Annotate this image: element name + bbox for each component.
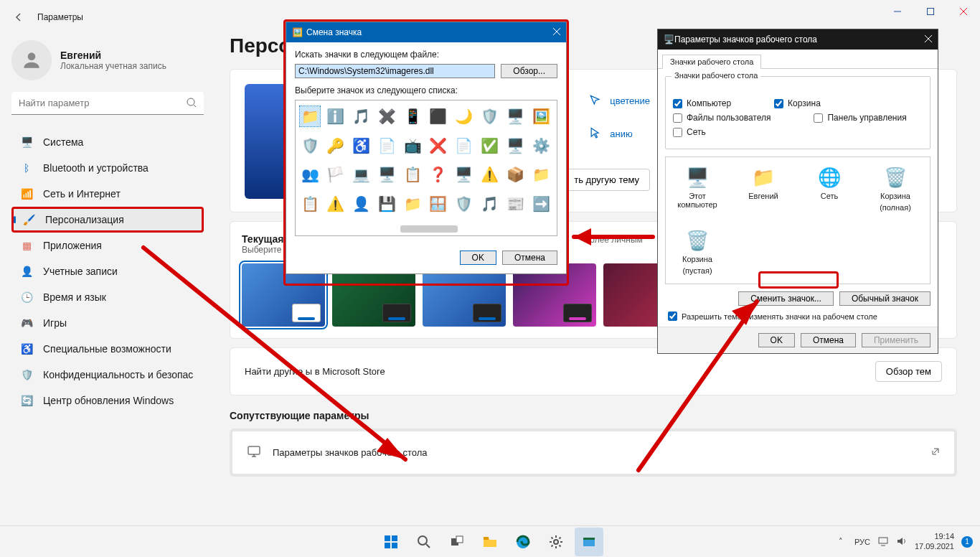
icon-option[interactable]: 🖥️: [454, 164, 474, 184]
icon-option[interactable]: 📁: [402, 194, 423, 214]
preview-icon[interactable]: 🗑️Корзина(пустая): [673, 229, 722, 275]
nav-access[interactable]: ♿Специальные возможности: [11, 336, 204, 362]
window-minimize[interactable]: [881, 0, 914, 23]
icon-option[interactable]: 🏳️: [326, 164, 346, 184]
preview-icon[interactable]: 🖥️Этот компьютер: [673, 166, 722, 212]
taskview-icon[interactable]: [443, 528, 471, 556]
icon-grid[interactable]: 📁ℹ️🎵✖️📱⬛🌙🛡️🖥️🖼️🛡️🔑♿📄📺❌📄✅🖥️⚙️👥🏳️💻🖥️📋❓🖥️⚠️…: [295, 100, 557, 236]
icon-option[interactable]: 📋: [402, 164, 423, 184]
desk-tab[interactable]: Значки рабочего стола: [662, 55, 761, 69]
icon-option[interactable]: ✖️: [377, 106, 397, 126]
start-button[interactable]: [377, 528, 405, 556]
browse-button[interactable]: Обзор...: [501, 64, 557, 78]
window-maximize[interactable]: [914, 0, 947, 23]
search-input[interactable]: [11, 92, 204, 115]
nav-clock[interactable]: 🕒Время и язык: [11, 284, 204, 310]
change-dialog-close[interactable]: [553, 27, 560, 37]
edge-icon[interactable]: [509, 528, 537, 556]
icon-option[interactable]: 🎵: [480, 194, 500, 214]
icon-option[interactable]: 🎵: [352, 106, 372, 126]
chk-network[interactable]: Сеть: [673, 127, 706, 137]
preview-icon[interactable]: 🗑️Корзина(полная): [871, 166, 920, 212]
back-button[interactable]: [11, 10, 26, 24]
tray-notification-icon[interactable]: 1: [961, 536, 973, 548]
icon-option[interactable]: 🖥️: [377, 164, 397, 184]
icon-option[interactable]: 💾: [377, 194, 397, 214]
icon-option[interactable]: 🪟: [428, 194, 448, 214]
icon-option[interactable]: ➡️: [531, 194, 551, 214]
icon-option[interactable]: 🛡️: [480, 106, 500, 126]
icon-option[interactable]: 📺: [402, 136, 423, 156]
icon-path-input[interactable]: [295, 64, 495, 78]
nav-game[interactable]: 🎮Игры: [11, 310, 204, 336]
tray-chevron-icon[interactable]: ˄: [839, 537, 843, 546]
icon-option[interactable]: 📁: [531, 164, 551, 184]
icon-option[interactable]: 📄: [377, 136, 397, 156]
nav-person[interactable]: 👤Учетные записи: [11, 258, 204, 284]
icon-grid-scrollbar[interactable]: [400, 225, 458, 233]
icon-option[interactable]: 🖥️: [505, 136, 525, 156]
icon-option[interactable]: ♿: [352, 136, 372, 156]
restore-icon-button[interactable]: Обычный значок: [839, 291, 930, 306]
taskbar-search[interactable]: [410, 528, 438, 556]
desktop-icon-settings-row[interactable]: Параметры значков рабочего стола: [230, 429, 957, 477]
icon-option[interactable]: 📱: [402, 106, 423, 126]
chk-cpanel[interactable]: Панель управления: [814, 113, 906, 123]
tray-volume-icon[interactable]: [896, 535, 908, 548]
nav-shield[interactable]: 🛡️Конфиденциальность и безопас: [11, 362, 204, 388]
explorer-icon[interactable]: [476, 528, 504, 556]
allow-themes-checkbox[interactable]: [668, 312, 677, 321]
desk-dialog-close[interactable]: [925, 34, 932, 45]
desk-apply-button[interactable]: Применить: [862, 333, 930, 347]
nav-wifi[interactable]: 📶Сеть и Интернет: [11, 181, 204, 207]
icon-option[interactable]: 📰: [505, 194, 525, 214]
chk-userfiles[interactable]: Файлы пользователя: [673, 113, 771, 123]
icon-option[interactable]: 📦: [505, 164, 525, 184]
preview-icon[interactable]: 🌐Сеть: [805, 166, 854, 212]
search-box[interactable]: [11, 92, 204, 115]
icon-option[interactable]: ⚠️: [326, 194, 346, 214]
icon-option[interactable]: 📁: [300, 106, 320, 126]
icon-option[interactable]: 🖥️: [505, 106, 525, 126]
change-cancel-button[interactable]: Отмена: [502, 251, 557, 265]
browse-themes-button[interactable]: Обзор тем: [875, 361, 942, 382]
app-icon[interactable]: [575, 528, 603, 556]
nav-update[interactable]: 🔄Центр обновления Windows: [11, 388, 204, 413]
change-ok-button[interactable]: OK: [460, 251, 496, 265]
desk-cancel-button[interactable]: Отмена: [801, 333, 856, 347]
icon-option[interactable]: ℹ️: [326, 106, 346, 126]
icon-option[interactable]: 🛡️: [300, 136, 320, 156]
icon-option[interactable]: ⚠️: [480, 164, 500, 184]
icon-option[interactable]: 👥: [300, 164, 320, 184]
icon-option[interactable]: ❓: [428, 164, 448, 184]
change-icon-button[interactable]: Сменить значок...: [738, 291, 834, 306]
tray-clock[interactable]: 19:14 17.09.2021: [915, 532, 954, 551]
icon-option[interactable]: 🖼️: [531, 106, 551, 126]
icon-option[interactable]: ❌: [428, 136, 448, 156]
icon-option[interactable]: 📄: [454, 136, 474, 156]
preview-icon[interactable]: 📁Евгений: [739, 166, 788, 212]
icon-option[interactable]: 👤: [352, 194, 372, 214]
icon-option[interactable]: 🛡️: [454, 194, 474, 214]
apply-theme-button[interactable]: ть другую тему: [563, 169, 650, 191]
tray-lang[interactable]: РУС: [854, 538, 870, 546]
icon-option[interactable]: 💻: [352, 164, 372, 184]
window-close[interactable]: [947, 0, 980, 23]
nav-display[interactable]: 🖥️Система: [11, 129, 204, 155]
preview-icons[interactable]: 🖥️Этот компьютер📁Евгений🌐Сеть🗑️Корзина(п…: [665, 156, 930, 284]
icon-option[interactable]: 📋: [300, 194, 320, 214]
icon-option[interactable]: 🌙: [454, 106, 474, 126]
tray-network-icon[interactable]: [877, 535, 889, 548]
icon-option[interactable]: ⬛: [428, 106, 448, 126]
nav-apps[interactable]: ▦Приложения: [11, 233, 204, 258]
settings-icon[interactable]: [542, 528, 570, 556]
chk-computer[interactable]: Компьютер: [673, 98, 731, 108]
icon-option[interactable]: ⚙️: [531, 136, 551, 156]
nav-brush[interactable]: 🖌️Персонализация: [11, 207, 204, 233]
chk-recycle[interactable]: Корзина: [774, 98, 821, 108]
user-block[interactable]: Евгений Локальная учетная запись: [11, 40, 204, 80]
icon-option[interactable]: ✅: [480, 136, 500, 156]
icon-option[interactable]: 🔑: [326, 136, 346, 156]
desk-ok-button[interactable]: OK: [758, 333, 795, 347]
nav-bluetooth[interactable]: ᛒBluetooth и устройства: [11, 155, 204, 181]
